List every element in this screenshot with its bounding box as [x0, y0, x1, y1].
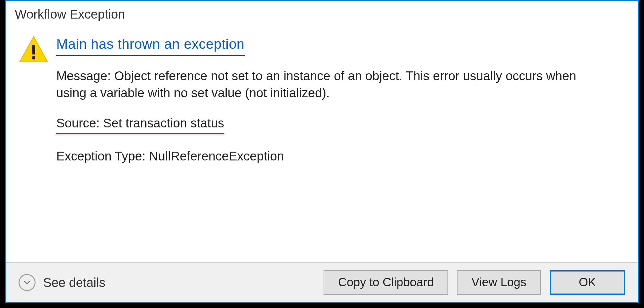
- chevron-down-icon: [19, 274, 36, 291]
- source-label: Source:: [56, 116, 100, 130]
- dialog-footer: See details Copy to Clipboard View Logs …: [6, 262, 638, 302]
- copy-to-clipboard-button[interactable]: Copy to Clipboard: [324, 270, 448, 295]
- exception-type-value: NullReferenceException: [149, 149, 284, 163]
- see-details-label: See details: [43, 276, 105, 290]
- dialog-title: Workflow Exception: [6, 1, 638, 25]
- source-value: Set transaction status: [103, 116, 224, 130]
- message-label: Message:: [56, 69, 111, 83]
- source-block: Source: Set transaction status: [56, 115, 224, 134]
- exception-type-block: Exception Type: NullReferenceException: [56, 148, 625, 165]
- icon-column: [19, 35, 56, 256]
- message-text: Object reference not set to an instance …: [56, 69, 576, 100]
- text-column: Main has thrown an exception Message: Ob…: [56, 35, 625, 256]
- view-logs-button[interactable]: View Logs: [457, 270, 541, 295]
- warning-icon: [19, 35, 56, 65]
- message-block: Message: Object reference not set to an …: [56, 67, 591, 101]
- dialog-body: Main has thrown an exception Message: Ob…: [6, 25, 638, 262]
- exception-dialog: Workflow Exception Main has thrown an ex…: [5, 0, 639, 303]
- svg-rect-1: [32, 45, 35, 55]
- exception-heading: Main has thrown an exception: [56, 35, 245, 56]
- see-details-toggle[interactable]: See details: [19, 274, 105, 291]
- exception-type-label: Exception Type:: [56, 149, 146, 163]
- svg-rect-2: [32, 56, 35, 59]
- ok-button[interactable]: OK: [550, 270, 625, 295]
- footer-buttons: Copy to Clipboard View Logs OK: [324, 270, 625, 295]
